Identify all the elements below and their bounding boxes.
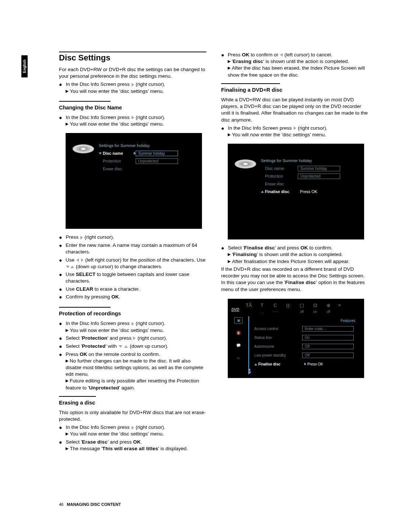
osd-option: Status box bbox=[254, 336, 302, 340]
left-cursor-icon bbox=[76, 258, 79, 262]
language-tab: English bbox=[21, 55, 28, 77]
osd-value: Unprotected bbox=[298, 174, 340, 179]
step-item: ● Press OK to confirm or (left cursor) t… bbox=[221, 52, 369, 78]
section-rule bbox=[59, 307, 111, 308]
section-heading: Protection of recordings bbox=[59, 311, 206, 316]
down-cursor-icon bbox=[66, 266, 70, 268]
osd-title: Settings for Summer holiday bbox=[99, 143, 195, 148]
step-text: Press OK on the remote control to confir… bbox=[66, 351, 160, 357]
step-text: Use CLEAR to erase a character. bbox=[66, 286, 140, 293]
disc-icon bbox=[72, 144, 94, 154]
osd-value: Off bbox=[302, 353, 354, 358]
disc-icon bbox=[234, 159, 256, 169]
right-cursor-icon bbox=[132, 116, 134, 119]
osd-value: Summer holiday bbox=[136, 151, 178, 156]
result-arrow-icon bbox=[66, 447, 69, 450]
osd-option: Disc name bbox=[99, 151, 134, 155]
osd-screenshot-disc-name: Settings for Summer holiday Disc name Su… bbox=[66, 133, 202, 229]
step-text: Enter the new name. A name may contain a… bbox=[66, 242, 206, 255]
result-text: You will now enter the 'disc settings' m… bbox=[70, 88, 164, 94]
up-cursor-icon bbox=[124, 345, 128, 348]
step-item: ● Select 'Erase disc' and press OK. The … bbox=[59, 439, 206, 452]
right-column: ● Press OK to confirm or (left cursor) t… bbox=[221, 52, 369, 453]
right-cursor-icon bbox=[80, 236, 83, 239]
step-item: ● In the Disc Info Screen press (right c… bbox=[221, 125, 369, 138]
left-cursor-icon bbox=[280, 53, 283, 57]
osd-option: Low power standby bbox=[254, 353, 302, 357]
osd-value: Press OK bbox=[302, 362, 325, 367]
page-content: Disc Settings For each DVD+RW or DVD+R d… bbox=[59, 52, 369, 453]
step-text: Use SELECT to toggle between capitals an… bbox=[66, 271, 206, 284]
page-number: 46 bbox=[59, 502, 63, 507]
osd-value: Enter code... bbox=[302, 326, 354, 332]
result-arrow-icon bbox=[66, 123, 69, 126]
step-text: Press OK to confirm or (left cursor) to … bbox=[228, 52, 332, 57]
section-heading: Changing the Disc Name bbox=[59, 105, 206, 111]
osd-value: Press OK bbox=[298, 189, 317, 194]
step-text: In the Disc Info Screen press (right cur… bbox=[66, 424, 165, 430]
osd-status-icons: TÅTC((·▢⊡⊕> bbox=[245, 302, 360, 308]
osd-nav-arrow-icon bbox=[248, 368, 250, 371]
x-icon: ⎌ bbox=[234, 355, 242, 361]
speech-icon: 💬 bbox=[234, 342, 242, 349]
right-cursor-icon bbox=[132, 83, 134, 87]
result-text: 'Erasing disc' is shown until the action… bbox=[232, 59, 349, 64]
step-item: ●Press (right cursor). bbox=[59, 234, 206, 241]
osd-option: Protection bbox=[99, 159, 134, 163]
osd-value: On bbox=[302, 335, 354, 340]
step-item: ●Use SELECT to toggle between capitals a… bbox=[59, 271, 206, 284]
step-item: ●Select 'Protected' with (down up cursor… bbox=[59, 343, 206, 350]
result-arrow-icon bbox=[228, 67, 231, 70]
step-item: ● In the Disc Info Screen press (right c… bbox=[59, 114, 206, 127]
osd-value: Summer holiday bbox=[298, 166, 340, 171]
step-text: Select 'Protected' with (down up cursor)… bbox=[66, 343, 168, 350]
result-text: You will now enter the 'disc settings' m… bbox=[70, 431, 164, 437]
section-rule bbox=[59, 396, 96, 397]
osd-sidebar: ▣ 🔇 💬 ⎌ bbox=[232, 317, 245, 361]
left-column: Disc Settings For each DVD+RW or DVD+R d… bbox=[59, 52, 206, 453]
section-intro: This option is only aivailable for DVD+R… bbox=[59, 409, 206, 423]
result-arrow-icon bbox=[66, 90, 69, 93]
osd-option: Protection bbox=[261, 174, 296, 178]
step-item: ● Press OK on the remote control to conf… bbox=[59, 351, 206, 391]
right-cursor-icon bbox=[133, 336, 136, 340]
note-text: If the DVD+R disc was recorded on a diff… bbox=[221, 266, 369, 293]
picture-icon: ▣ bbox=[234, 317, 242, 324]
step-item: ● In the Disc Info Screen press (right c… bbox=[59, 320, 206, 333]
result-text: Future editing is only possible after re… bbox=[66, 378, 199, 390]
osd-status-values: . .- - -offonoff bbox=[245, 310, 360, 314]
section-intro: While a DVD+RW disc can be played instan… bbox=[221, 97, 369, 123]
result-text: You will now enter the 'disc settings' m… bbox=[232, 132, 326, 137]
right-cursor-icon bbox=[132, 426, 134, 430]
osd-screenshot-features: DVD TÅTC((·▢⊡⊕> . .- - -offonoff ▣ 🔇 💬 ⎌… bbox=[228, 299, 364, 378]
result-text: 'Finalising' is shown until the action i… bbox=[232, 252, 343, 257]
right-cursor-icon bbox=[81, 258, 84, 262]
step-text: In the Disc Info Screen press (right cur… bbox=[66, 115, 165, 120]
section-name: MANAGING DISC CONTENT bbox=[67, 502, 121, 507]
osd-title: Settings for Summer holiday bbox=[261, 158, 357, 163]
page-title: Disc Settings bbox=[59, 53, 206, 63]
osd-option: Finalise disc bbox=[254, 362, 302, 366]
result-text: The message 'This will erase all titles'… bbox=[70, 446, 188, 451]
right-cursor-icon bbox=[294, 126, 296, 130]
step-item: ● Select 'Finalise disc' and press OK to… bbox=[221, 245, 369, 265]
step-text: Confirm by pressing OK. bbox=[66, 294, 120, 301]
step-item: ●Enter the new name. A name may contain … bbox=[59, 242, 206, 255]
result-arrow-icon bbox=[228, 260, 231, 263]
down-cursor-icon bbox=[119, 345, 122, 348]
intro-text: For each DVD+RW or DVD+R disc the settin… bbox=[59, 66, 206, 80]
right-cursor-icon bbox=[132, 322, 134, 326]
osd-option: Autoresume bbox=[254, 344, 302, 349]
osd-screenshot-finalise: Settings for Summer holiday Disc name Su… bbox=[228, 144, 364, 239]
step-text: Select 'Protection' and press (right cur… bbox=[66, 335, 167, 342]
dvd-logo: DVD bbox=[231, 308, 239, 312]
result-arrow-icon bbox=[66, 433, 69, 435]
title-rule bbox=[59, 52, 206, 52]
result-text: You will now enter the 'disc settings' m… bbox=[70, 121, 164, 127]
osd-value: Off bbox=[302, 344, 354, 349]
step-text: Use (left right cursor) for the position… bbox=[66, 257, 206, 270]
osd-option: Erase disc bbox=[99, 167, 134, 171]
result-text: After finalisation the Index Picture Scr… bbox=[232, 259, 349, 264]
sound-icon: 🔇 bbox=[234, 330, 242, 336]
step-item: ● In the Disc Info Screen press (right c… bbox=[59, 424, 206, 437]
